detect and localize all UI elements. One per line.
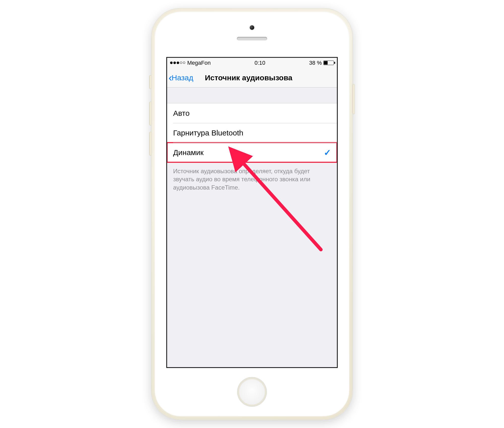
mute-switch[interactable] [149, 75, 152, 89]
status-right: 38 % [309, 60, 334, 66]
home-button[interactable] [237, 377, 267, 407]
iphone-inner: MegaFon 0:10 38 % ‹ Назад Источник аудио… [155, 12, 349, 416]
signal-strength-icon [170, 62, 185, 64]
option-label: Динамик [173, 148, 204, 157]
checkmark-icon: ✓ [324, 148, 331, 158]
option-speaker[interactable]: Динамик ✓ [167, 143, 337, 162]
volume-down-button[interactable] [149, 132, 152, 156]
front-camera [250, 25, 254, 30]
option-auto[interactable]: Авто ✓ [167, 103, 337, 123]
audio-routing-list: Авто ✓ Гарнитура Bluetooth ✓ Динамик ✓ [167, 103, 337, 163]
option-label: Авто [173, 109, 190, 118]
page-title: Источник аудиовызова [167, 73, 337, 82]
carrier-label: MegaFon [187, 60, 211, 66]
checkmark-icon: ✓ [324, 108, 331, 118]
nav-bar: ‹ Назад Источник аудиовызова [167, 68, 337, 88]
volume-up-button[interactable] [149, 102, 152, 126]
option-label: Гарнитура Bluetooth [173, 129, 243, 137]
clock: 0:10 [255, 60, 265, 66]
screen: MegaFon 0:10 38 % ‹ Назад Источник аудио… [166, 57, 338, 368]
status-left: MegaFon [170, 60, 211, 66]
power-button[interactable] [352, 84, 355, 114]
battery-percent: 38 % [309, 60, 322, 66]
earpiece-speaker [237, 37, 267, 41]
battery-icon [323, 61, 334, 65]
status-bar: MegaFon 0:10 38 % [167, 58, 337, 68]
checkmark-icon: ✓ [324, 128, 331, 138]
section-footer: Источник аудиовызова определяет, откуда … [167, 163, 337, 196]
option-bluetooth-headset[interactable]: Гарнитура Bluetooth ✓ [167, 123, 337, 143]
iphone-frame: MegaFon 0:10 38 % ‹ Назад Источник аудио… [151, 8, 353, 420]
